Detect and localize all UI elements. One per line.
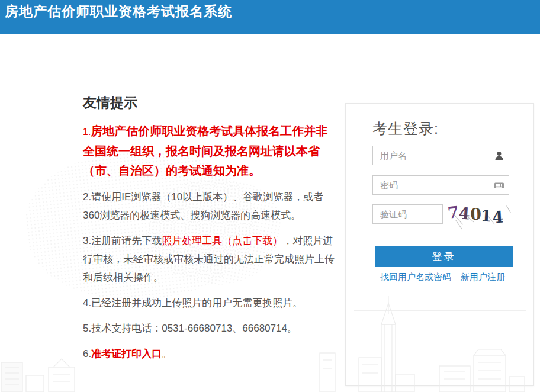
username-input[interactable]: [372, 146, 509, 165]
tip-item-5: 5.技术支持电话：0531-66680713、66680714。: [83, 319, 338, 338]
tip-text: 注册前请先下载: [91, 235, 162, 246]
tip-number: 6.: [83, 348, 91, 359]
panel-divider: [354, 310, 526, 311]
captcha-field-wrapper: [372, 204, 443, 224]
captcha-digit: 0: [470, 205, 481, 224]
tip-text: 技术支持电话：0531-66680713、66680714。: [91, 323, 297, 334]
password-field-wrapper: [372, 175, 509, 195]
tip-item-1: 1.房地产估价师职业资格考试具体报名工作并非全国统一组织，报名时间及报名网址请以…: [83, 121, 338, 181]
photo-tool-download-link[interactable]: 照片处理工具（点击下载）: [162, 235, 282, 246]
keyboard-icon: [494, 180, 504, 191]
tip-number: 3.: [83, 235, 91, 246]
recover-account-link[interactable]: 找回用户名或密码: [380, 272, 451, 283]
login-button[interactable]: 登录: [375, 246, 513, 267]
tip-text-important: 房地产估价师职业资格考试具体报名工作并非全国统一组织，报名时间及报名网址请以本省…: [83, 124, 327, 177]
username-field-wrapper: [372, 146, 509, 165]
app-header: 房地产估价师职业资格考试报名系统: [0, 0, 540, 34]
tip-text: 已经注册并成功上传照片的用户无需更换照片。: [91, 297, 303, 309]
tip-item-3: 3.注册前请先下载照片处理工具（点击下载），对照片进行审核，未经审核或审核未通过…: [83, 232, 338, 287]
tip-number: 1.: [83, 127, 91, 137]
captcha-noise-line: [506, 205, 511, 213]
tip-number: 2.: [83, 191, 91, 203]
captcha-input[interactable]: [372, 204, 443, 224]
tips-heading: 友情提示: [83, 94, 338, 112]
captcha-image[interactable]: 7 4 0 1 4: [448, 198, 513, 232]
password-input[interactable]: [372, 175, 509, 195]
page-title: 房地产估价师职业资格考试报名系统: [0, 0, 540, 21]
login-panel: 考生登录:: [345, 103, 534, 386]
tip-text: 。: [162, 348, 172, 359]
admission-ticket-print-link[interactable]: 准考证打印入口: [91, 348, 162, 359]
tip-number: 4.: [83, 297, 91, 309]
register-link[interactable]: 新用户注册: [461, 272, 505, 283]
login-title: 考生登录:: [372, 119, 439, 139]
tip-item-6: 6.准考证打印入口。: [83, 345, 338, 363]
tip-item-4: 4.已经注册并成功上传照片的用户无需更换照片。: [83, 294, 338, 312]
friendly-tips-section: 友情提示 1.房地产估价师职业资格考试具体报名工作并非全国统一组织，报名时间及报…: [83, 94, 338, 370]
captcha-digit: 7: [446, 203, 459, 222]
captcha-digit: 1: [480, 207, 492, 226]
captcha-digits: 7 4 0 1 4: [448, 203, 503, 221]
tip-number: 5.: [83, 323, 91, 334]
page: 房地产估价师职业资格考试报名系统 友情提示 1.房地产估价师职业资格考试具体报名…: [0, 0, 540, 392]
user-icon: [494, 150, 504, 161]
captcha-digit: 4: [458, 204, 471, 223]
captcha-digit: 4: [492, 208, 504, 227]
tip-item-2: 2.请使用IE浏览器（10以上版本）、谷歌浏览器，或者360浏览器的极速模式、搜…: [83, 188, 338, 224]
tip-text: 请使用IE浏览器（10以上版本）、谷歌浏览器，或者360浏览器的极速模式、搜狗浏…: [83, 191, 323, 221]
